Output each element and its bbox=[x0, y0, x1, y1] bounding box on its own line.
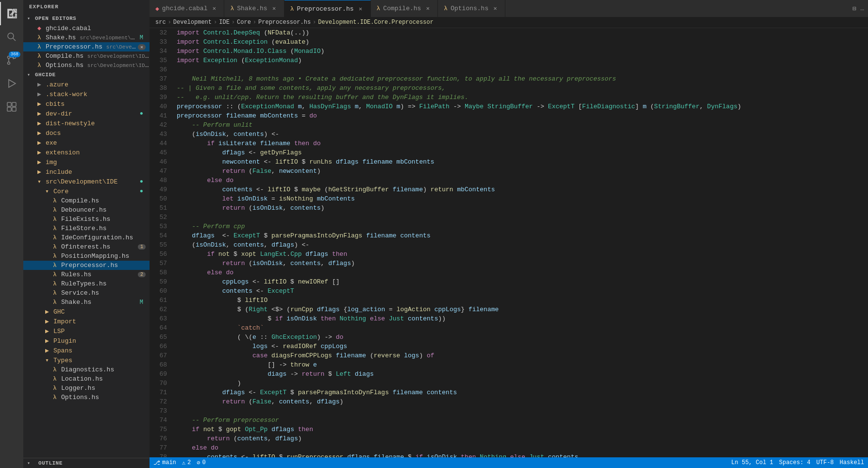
folder-dev-dir[interactable]: ▶dev-dir● bbox=[23, 109, 150, 118]
folder-exe[interactable]: ▶exe bbox=[23, 138, 150, 148]
status-branch[interactable]: ⎇ main bbox=[153, 459, 176, 467]
svg-line-2 bbox=[13, 38, 16, 41]
folder-lsp[interactable]: ▶LSP bbox=[23, 326, 150, 336]
tab-compile[interactable]: λ Compile.hs ✕ bbox=[371, 0, 438, 17]
ghcide-section-header[interactable]: ▾ GHCIDE bbox=[23, 70, 150, 80]
file-options-tree[interactable]: λOptions.hs bbox=[23, 393, 150, 402]
tab-close-shake[interactable]: ✕ bbox=[270, 5, 278, 13]
tab-label-preprocessor: Preprocessor.hs bbox=[297, 5, 354, 13]
folder-icon-plugin: ▶ bbox=[43, 337, 51, 345]
extensions-activity-icon[interactable] bbox=[0, 95, 23, 118]
tab-preprocessor[interactable]: λ Preprocessor.hs ✕ bbox=[284, 0, 371, 17]
open-editor-preprocessor[interactable]: λ Preprocessor.hs src\Development\... ✕ bbox=[23, 42, 150, 51]
folder-icon-docs: ▶ bbox=[35, 129, 44, 137]
folder-img[interactable]: ▶img bbox=[23, 157, 150, 167]
file-icon-fileexists: λ bbox=[50, 216, 59, 223]
cabal-file-icon: ◆ bbox=[35, 24, 44, 32]
folder-plugin[interactable]: ▶Plugin bbox=[23, 336, 150, 346]
file-compile[interactable]: λCompile.hs bbox=[23, 196, 150, 205]
core-git-badge: ● bbox=[137, 188, 146, 195]
source-control-activity-icon[interactable]: 368 bbox=[0, 49, 23, 72]
svg-rect-9 bbox=[7, 107, 11, 111]
folder-label-src: src\Development\IDE bbox=[46, 178, 137, 185]
status-encoding[interactable]: UTF-8 bbox=[817, 459, 834, 466]
folder-include[interactable]: ▶include bbox=[23, 167, 150, 177]
breadcrumb-ide[interactable]: IDE bbox=[219, 19, 230, 26]
file-rules[interactable]: λRules.hs2 bbox=[23, 270, 150, 279]
folder-azure[interactable]: ▶.azure bbox=[23, 80, 150, 89]
folder-core[interactable]: ▾Core● bbox=[23, 186, 150, 196]
tab-close-cabal[interactable]: ✕ bbox=[210, 5, 218, 13]
open-editor-compile[interactable]: λ Compile.hs src\Development\IDE\... bbox=[23, 51, 150, 61]
file-icon-logger: λ bbox=[50, 384, 59, 392]
status-errors[interactable]: ⚠ 2 bbox=[182, 459, 191, 467]
file-icon-shake-tree: λ bbox=[50, 299, 59, 306]
folder-docs[interactable]: ▶docs bbox=[23, 128, 150, 138]
file-icon-filestore: λ bbox=[50, 225, 59, 232]
folder-icon-devdir: ▶ bbox=[35, 110, 44, 117]
file-shake-tree[interactable]: λShake.hsM bbox=[23, 298, 150, 307]
tab-options[interactable]: λ Options.hs ✕ bbox=[438, 0, 505, 17]
file-posmap[interactable]: λPositionMapping.hs bbox=[23, 251, 150, 261]
tab-shake[interactable]: λ Shake.hs ✕ bbox=[224, 0, 284, 17]
breadcrumb-core[interactable]: Core bbox=[237, 19, 251, 26]
status-spaces[interactable]: Spaces: 4 bbox=[779, 459, 811, 466]
breadcrumb-symbol[interactable]: Development.IDE.Core.Preprocessor bbox=[318, 19, 434, 26]
tab-ghcide-cabal[interactable]: ◆ ghcide.cabal ✕ bbox=[150, 0, 224, 17]
file-label-rules: Rules.hs bbox=[61, 271, 138, 278]
folder-extension[interactable]: ▶extension bbox=[23, 148, 150, 157]
more-actions-icon[interactable]: … bbox=[860, 5, 864, 12]
status-language[interactable]: Haskell bbox=[840, 459, 864, 466]
file-ruletypes[interactable]: λRuleTypes.hs bbox=[23, 279, 150, 288]
status-position[interactable]: Ln 55, Col 1 bbox=[731, 459, 773, 466]
file-label-debouncer: Debouncer.hs bbox=[61, 206, 150, 214]
tab-label-options: Options.hs bbox=[451, 5, 488, 12]
language-text: Haskell bbox=[840, 459, 864, 466]
folder-src[interactable]: ▾src\Development\IDE● bbox=[23, 177, 150, 186]
file-debouncer[interactable]: λDebouncer.hs bbox=[23, 205, 150, 215]
file-ideconfig[interactable]: λIdeConfiguration.hs bbox=[23, 233, 150, 242]
split-editor-icon[interactable]: ⊟ bbox=[852, 5, 856, 13]
folder-label-core: Core bbox=[53, 188, 137, 195]
tab-close-compile[interactable]: ✕ bbox=[424, 5, 432, 13]
search-activity-icon[interactable] bbox=[0, 25, 23, 49]
explorer-activity-icon[interactable] bbox=[0, 2, 23, 25]
folder-stack-work[interactable]: ▶.stack-work bbox=[23, 89, 150, 99]
breadcrumb-file[interactable]: Preprocessor.hs bbox=[258, 19, 311, 26]
code-editor[interactable]: 3233343536 3738394041 4243444546 4748495… bbox=[150, 28, 868, 457]
folder-icon-src: ▾ bbox=[35, 178, 44, 185]
file-preprocessor[interactable]: λPreprocessor.hs bbox=[23, 261, 150, 270]
open-editor-shake[interactable]: λ Shake.hs src\Development\... M bbox=[23, 33, 150, 42]
file-filestore[interactable]: λFileStore.hs bbox=[23, 224, 150, 233]
run-activity-icon[interactable] bbox=[0, 72, 23, 95]
open-editor-ghcide-cabal[interactable]: ◆ ghcide.cabal bbox=[23, 23, 150, 33]
code-content[interactable]: import Control.DeepSeq (NFData(..)) impo… bbox=[173, 28, 868, 457]
outline-section[interactable]: ▾ Outline bbox=[23, 458, 150, 468]
file-service[interactable]: λService.hs bbox=[23, 288, 150, 298]
breadcrumb-dev[interactable]: Development bbox=[173, 19, 212, 26]
folder-spans[interactable]: ▶Spans bbox=[23, 346, 150, 355]
open-editor-options[interactable]: λ Options.hs src\Development\IDE\Ty... bbox=[23, 61, 150, 70]
tab-close-preprocessor[interactable]: ✕ bbox=[357, 5, 365, 13]
file-fileexists[interactable]: λFileExists.hs bbox=[23, 215, 150, 224]
open-editors-section-header[interactable]: ▾ Open Editors bbox=[23, 14, 150, 23]
file-label-ruletypes: RuleTypes.hs bbox=[61, 280, 150, 287]
tab-close-options[interactable]: ✕ bbox=[491, 5, 499, 13]
breadcrumb-sep4: › bbox=[253, 19, 256, 26]
folder-label-spans: Spans bbox=[53, 347, 150, 354]
breadcrumb-src[interactable]: src bbox=[155, 19, 166, 26]
folder-import[interactable]: ▶Import bbox=[23, 317, 150, 326]
shake-tree-badge: M bbox=[137, 299, 146, 306]
file-location[interactable]: λLocation.hs bbox=[23, 374, 150, 384]
file-label-filestore: FileStore.hs bbox=[61, 225, 150, 232]
file-ofinterest[interactable]: λOfinterest.hs1 bbox=[23, 242, 150, 251]
status-warnings[interactable]: ⊘ 0 bbox=[197, 459, 205, 467]
svg-rect-7 bbox=[7, 102, 11, 106]
file-logger[interactable]: λLogger.hs bbox=[23, 384, 150, 393]
folder-cbits[interactable]: ▶cbits bbox=[23, 99, 150, 109]
file-diagnostics[interactable]: λDiagnostics.hs bbox=[23, 365, 150, 374]
preprocessor-close[interactable]: ✕ bbox=[138, 44, 146, 50]
folder-types[interactable]: ▾Types bbox=[23, 355, 150, 365]
folder-ghc[interactable]: ▶GHC bbox=[23, 307, 150, 317]
folder-dist[interactable]: ▶dist-newstyle bbox=[23, 118, 150, 128]
